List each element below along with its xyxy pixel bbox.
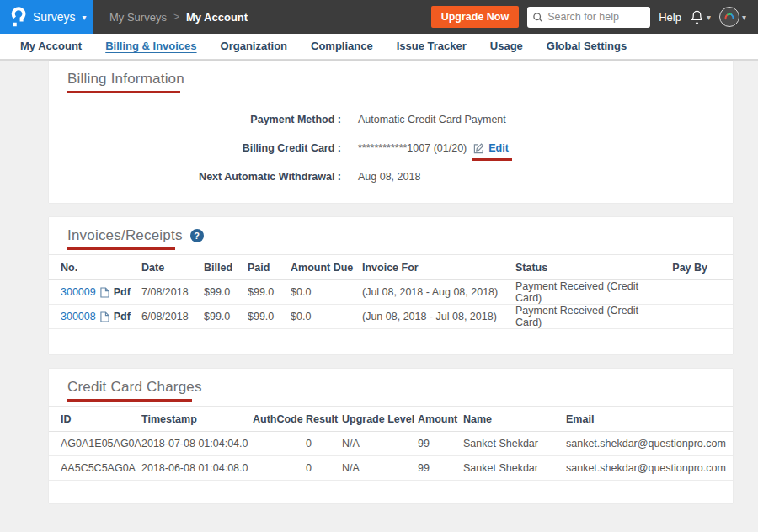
product-name: Surveys [33, 10, 76, 24]
annotation-underline [67, 399, 192, 402]
bell-icon [690, 10, 704, 24]
questionpro-logo-icon [11, 7, 26, 27]
account-menu[interactable]: ▾ [719, 7, 746, 27]
tab-issue-tracker[interactable]: Issue Tracker [385, 34, 478, 59]
col-name: Name [463, 413, 566, 425]
charge-upgrade-level: N/A [342, 438, 418, 450]
pdf-file-icon[interactable] [100, 311, 109, 322]
invoice-number-link[interactable]: 300009 [61, 286, 96, 298]
col-billed: Billed [204, 262, 248, 274]
invoice-billed: $99.0 [204, 311, 248, 322]
invoice-amount-due: $0.0 [291, 286, 362, 298]
col-authcode: AuthCode [253, 413, 306, 425]
invoices-receipts-title: Invoices/Receipts [67, 227, 183, 244]
payment-method-row: Payment Method : Automatic Credit Card P… [49, 105, 733, 134]
col-paid: Paid [248, 262, 291, 274]
edit-credit-card-button[interactable]: Edit [473, 142, 509, 154]
invoice-for: (Jul 08, 2018 - Aug 08, 2018) [362, 286, 515, 298]
col-status: Status [515, 262, 660, 274]
credit-card-charges-card: Credit Card Charges ID Timestamp AuthCod… [49, 369, 733, 503]
invoice-billed: $99.0 [204, 286, 248, 298]
avatar [719, 7, 739, 27]
annotation-underline [67, 91, 180, 93]
next-withdrawal-row: Next Automatic Withdrawal : Aug 08, 2018 [49, 162, 733, 191]
product-switcher[interactable]: Surveys ▾ [0, 0, 93, 34]
billing-credit-card-value: ************1007 (01/20) [358, 142, 467, 154]
tab-organization[interactable]: Organization [209, 34, 299, 59]
account-tabbar: My Account Billing & Invoices Organizati… [0, 34, 758, 61]
pdf-link[interactable]: Pdf [114, 286, 131, 298]
charge-row: AG0A1E05AG0A 2018-07-08 01:04:04.0 0 N/A… [49, 432, 733, 456]
charges-table-header: ID Timestamp AuthCode Result Upgrade Lev… [49, 407, 733, 432]
help-search[interactable] [527, 7, 650, 28]
edit-link: Edit [488, 142, 509, 154]
chevron-down-icon: ▾ [707, 13, 711, 22]
col-id: ID [61, 413, 141, 425]
charge-result: 0 [306, 438, 342, 450]
invoice-status: Payment Received (Credit Card) [515, 305, 660, 328]
tab-my-account[interactable]: My Account [8, 34, 93, 59]
chevron-down-icon: ▾ [742, 13, 746, 22]
annotation-underline [472, 158, 512, 161]
invoice-paid: $99.0 [248, 286, 291, 298]
invoice-date: 7/08/2018 [141, 286, 204, 298]
credit-card-charges-title: Credit Card Charges [67, 379, 202, 396]
charge-email: sanket.shekdar@questionpro.com [566, 462, 726, 474]
upgrade-now-button[interactable]: Upgrade Now [431, 6, 520, 28]
charge-result: 0 [306, 462, 342, 474]
col-upgrade-level: Upgrade Level [342, 413, 418, 425]
chevron-right-icon: > [173, 11, 179, 23]
edit-pencil-icon [473, 143, 484, 154]
tab-billing-invoices[interactable]: Billing & Invoices [93, 34, 208, 59]
charge-email: sanket.shekdar@questionpro.com [566, 438, 726, 450]
help-link[interactable]: Help [659, 11, 681, 24]
col-amount-due: Amount Due [291, 262, 362, 274]
invoice-amount-due: $0.0 [291, 311, 362, 322]
invoice-row: 300009 Pdf 7/08/2018 $99.0 $99.0 $0.0 (J… [49, 280, 733, 305]
tab-global-settings[interactable]: Global Settings [535, 34, 638, 59]
invoice-row: 300008 Pdf 6/08/2018 $99.0 $99.0 $0.0 (J… [49, 305, 733, 329]
tab-usage[interactable]: Usage [478, 34, 535, 59]
billing-information-card: Billing Information Payment Method : Aut… [49, 61, 733, 203]
col-pay-by: Pay By [660, 262, 721, 274]
invoice-date: 6/08/2018 [141, 311, 204, 322]
col-invoice-for: Invoice For [362, 262, 515, 274]
breadcrumb-my-account: My Account [186, 11, 248, 24]
topbar: Surveys ▾ My Surveys > My Account Upgrad… [0, 0, 758, 34]
col-date: Date [141, 262, 204, 274]
notifications-button[interactable]: ▾ [690, 10, 711, 24]
billing-information-title: Billing Information [67, 71, 184, 88]
topbar-actions: Upgrade Now Help ▾ [431, 6, 758, 28]
col-amount: Amount [418, 413, 463, 425]
charge-timestamp: 2018-07-08 01:04:04.0 [141, 438, 253, 450]
charge-name: Sanket Shekdar [463, 462, 566, 474]
pdf-link[interactable]: Pdf [114, 311, 131, 322]
next-withdrawal-label: Next Automatic Withdrawal : [49, 171, 341, 183]
charge-amount: 99 [418, 462, 463, 474]
col-result: Result [306, 413, 342, 425]
payment-method-label: Payment Method : [49, 114, 341, 125]
billing-credit-card-label: Billing Credit Card : [49, 142, 341, 154]
breadcrumb-my-surveys[interactable]: My Surveys [109, 11, 167, 24]
breadcrumb: My Surveys > My Account [109, 11, 248, 24]
pdf-file-icon[interactable] [100, 287, 109, 298]
charge-timestamp: 2018-06-08 01:04:08.0 [141, 462, 253, 474]
charge-row: AA5C5C5AG0A 2018-06-08 01:04:08.0 0 N/A … [49, 456, 733, 481]
charge-id: AA5C5C5AG0A [61, 462, 141, 474]
col-email: Email [566, 413, 721, 425]
annotation-underline [67, 247, 175, 250]
charge-upgrade-level: N/A [342, 462, 418, 474]
col-timestamp: Timestamp [141, 413, 253, 425]
chevron-down-icon: ▾ [83, 13, 87, 22]
search-icon [532, 12, 543, 23]
tab-compliance[interactable]: Compliance [299, 34, 385, 59]
next-withdrawal-value: Aug 08, 2018 [358, 171, 420, 183]
help-circle-icon[interactable]: ? [190, 229, 204, 242]
payment-method-value: Automatic Credit Card Payment [358, 114, 506, 125]
invoice-paid: $99.0 [248, 311, 291, 322]
search-input[interactable] [547, 11, 645, 23]
invoices-receipts-card: Invoices/Receipts ? No. Date Billed Paid… [49, 217, 733, 354]
invoice-number-link[interactable]: 300008 [61, 311, 96, 322]
invoices-table-header: No. Date Billed Paid Amount Due Invoice … [49, 255, 733, 280]
charge-amount: 99 [418, 438, 463, 450]
